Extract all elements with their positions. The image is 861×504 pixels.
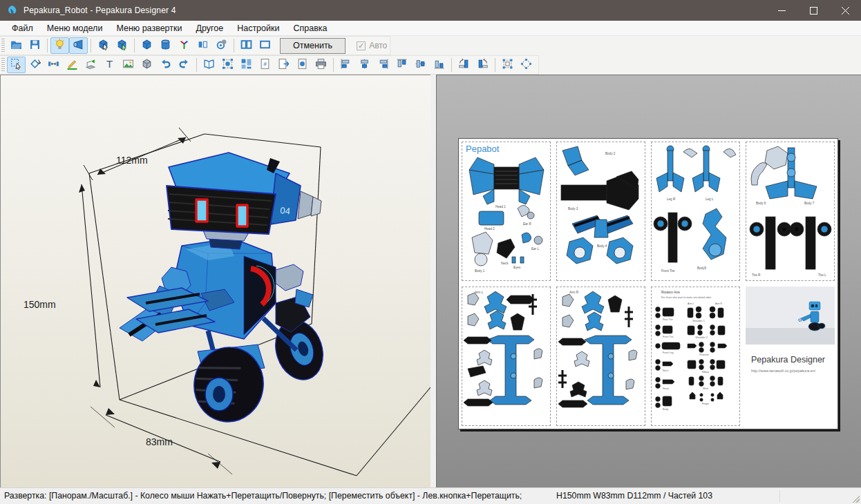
toggle-light-button[interactable] — [50, 37, 69, 54]
status-divider — [779, 490, 780, 502]
align-center-button[interactable] — [355, 57, 374, 73]
align-right-button[interactable] — [374, 57, 392, 73]
auto-checkbox-group: ✓Авто — [357, 41, 387, 50]
pattern-page-7[interactable]: Rotation Axis For those who want to make… — [648, 284, 743, 429]
menu-item-help[interactable]: Справка — [287, 22, 333, 35]
export-page-icon — [278, 58, 290, 72]
move-model-button[interactable] — [113, 37, 131, 54]
unfold-button[interactable] — [200, 57, 218, 73]
save-button[interactable] — [26, 37, 44, 54]
title-bar[interactable]: Pepakura_Robot - Pepakura Designer 4 — [0, 0, 861, 21]
edit-line-button[interactable] — [63, 57, 82, 73]
pattern-page-3[interactable]: Leg R Leg L Front Tire Body5 — [648, 139, 743, 284]
toggle-texture-button[interactable] — [69, 37, 88, 54]
menu-item-unfold-menu[interactable]: Меню развертки — [110, 22, 188, 35]
svg-text:Front Tire: Front Tire — [661, 269, 675, 273]
page-setup-icon — [296, 58, 308, 72]
export-page-button[interactable] — [274, 57, 293, 73]
close-button[interactable] — [829, 0, 861, 21]
toolbar-separator — [333, 58, 334, 72]
show-edges-button[interactable] — [212, 37, 231, 54]
transform-part-button[interactable] — [517, 57, 536, 73]
select-parts-button[interactable] — [218, 57, 237, 73]
show-axes-button[interactable] — [175, 37, 193, 54]
group-select-button[interactable] — [498, 57, 517, 73]
align-middle-button[interactable] — [411, 57, 430, 73]
svg-text:Body 7: Body 7 — [804, 202, 815, 205]
pan-2d-button[interactable] — [7, 57, 26, 73]
unfold-icon — [203, 58, 215, 72]
svg-text:Shoulder 1: Shoulder 1 — [692, 320, 704, 322]
svg-text:Front Leg: Front Leg — [663, 351, 673, 354]
auto-layout-button[interactable] — [237, 57, 256, 73]
svg-text:Tire L: Tire L — [818, 273, 826, 277]
align-center-icon — [359, 58, 370, 72]
menu-item-settings[interactable]: Настройки — [231, 22, 285, 35]
solid-display-button[interactable] — [138, 37, 156, 54]
open-button[interactable] — [7, 37, 26, 54]
align-bottom-button[interactable] — [430, 57, 448, 73]
svg-text:Head 1: Head 1 — [495, 205, 506, 209]
svg-text:Finger: Finger — [702, 403, 710, 405]
flip-part-button[interactable] — [82, 57, 100, 73]
pattern-page-4[interactable]: Body 6 Body 7 Tire R Tire L — [743, 139, 838, 284]
save-icon — [29, 39, 41, 52]
redo-icon — [178, 58, 190, 72]
undo-icon — [160, 58, 171, 72]
rotate-part-button[interactable] — [26, 57, 44, 73]
rotate-model-button[interactable] — [94, 37, 113, 54]
show-3d-icon — [141, 58, 153, 72]
pattern-page-5[interactable]: Arm L — [459, 284, 554, 429]
align-left-button[interactable] — [337, 57, 355, 73]
smooth-display-icon — [160, 39, 171, 52]
toolbar-separator — [47, 39, 48, 52]
show-flaps-button[interactable] — [193, 37, 212, 54]
pane-splitter[interactable] — [430, 75, 436, 487]
minimize-button[interactable] — [766, 0, 797, 21]
cancel-button[interactable]: Отменить — [280, 38, 346, 54]
maximize-button[interactable] — [797, 0, 829, 21]
status-model-info: H150mm W83mm D112mm / Частей 103 — [556, 491, 712, 501]
one-pane-layout-button[interactable] — [256, 37, 274, 54]
menu-bar: ФайлМеню моделиМеню разверткиДругоеНастр… — [0, 21, 861, 36]
brand-url: http://www.tamasoft.co.jp/pepakura-en/ — [751, 369, 816, 373]
svg-text:Eyes: Eyes — [513, 266, 521, 269]
menu-item-model-menu[interactable]: Меню модели — [41, 22, 109, 35]
2d-viewport[interactable]: Pepabot — [436, 75, 861, 487]
toolbar-grip[interactable] — [1, 58, 5, 72]
page-setup-button[interactable] — [293, 57, 312, 73]
rotate-left-button[interactable] — [455, 57, 473, 73]
resize-grip[interactable] — [850, 493, 860, 503]
app-window: Pepakura_Robot - Pepakura Designer 4 Фай… — [0, 0, 861, 504]
pattern-page-6[interactable]: Arm R — [554, 284, 648, 429]
auto-checkbox[interactable]: ✓ — [357, 41, 366, 50]
insert-text-button[interactable]: T — [100, 57, 119, 73]
redo-button[interactable] — [175, 57, 193, 73]
toolbar-zone: Отменить✓Авто T# — [0, 36, 861, 75]
pattern-page-2[interactable]: Body 2 Body 3 Body 4 — [554, 139, 648, 284]
show-3d-button[interactable] — [138, 57, 156, 73]
smooth-display-button[interactable] — [156, 37, 175, 54]
3d-viewport[interactable]: 112mm 150mm 83mm — [0, 75, 430, 487]
two-pane-layout-button[interactable] — [237, 37, 256, 54]
pattern-page-8[interactable]: Pepakura Designer http://www.tamasoft.co… — [743, 284, 838, 429]
rotate-right-button[interactable] — [473, 57, 492, 73]
pattern-page-1[interactable]: Pepabot — [459, 139, 554, 284]
page-number-button[interactable]: # — [256, 57, 274, 73]
undo-button[interactable] — [156, 57, 175, 73]
toolbar-grip[interactable] — [1, 39, 5, 52]
align-top-button[interactable] — [392, 57, 411, 73]
svg-text:Rear Tire: Rear Tire — [663, 318, 673, 321]
print-button[interactable] — [312, 57, 330, 73]
edit-line-icon — [66, 58, 78, 72]
group-select-icon — [502, 58, 513, 72]
svg-text:Arm R: Arm R — [569, 291, 579, 294]
align-left-icon — [340, 58, 352, 72]
insert-image-button[interactable] — [119, 57, 138, 73]
insert-image-icon — [122, 58, 134, 72]
menu-item-others[interactable]: Другое — [189, 22, 229, 35]
menu-item-file[interactable]: Файл — [6, 22, 39, 35]
status-bar: Развертка: [Панорам./Масштаб.] - Колесо … — [0, 487, 861, 504]
spread-parts-button[interactable] — [44, 57, 63, 73]
svg-text:Wrist: Wrist — [703, 387, 708, 390]
